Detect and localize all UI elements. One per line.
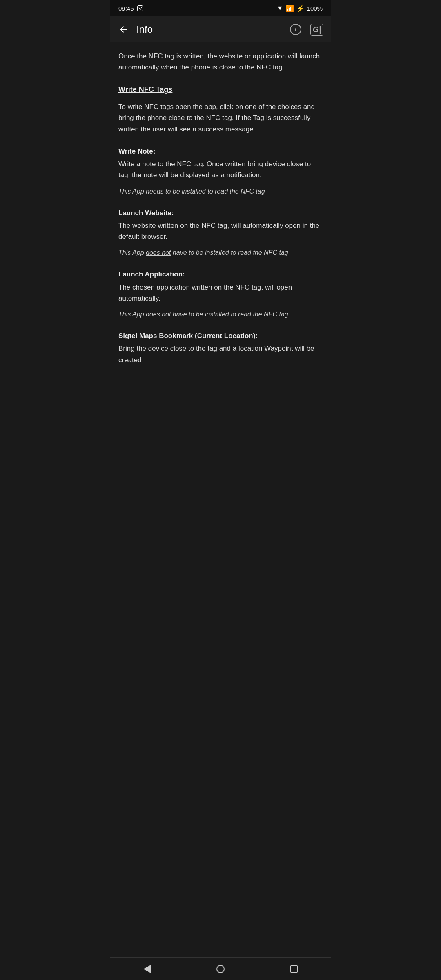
wifi-signal-icon: 📶 xyxy=(286,4,294,12)
battery-icon: 100% xyxy=(307,5,323,12)
write-nfc-tags-body: To write NFC tags open the app, click on… xyxy=(118,101,323,135)
wifi-icon: ▼︎ xyxy=(277,4,283,12)
page-title: Info xyxy=(136,24,282,35)
launch-application-note: This App does not have to be installed t… xyxy=(118,310,323,319)
main-content: Once the NFC tag is written, the website… xyxy=(110,42,331,405)
sigtel-maps-heading: Sigtel Maps Bookmark (Current Location): xyxy=(118,331,323,341)
status-bar: 09:45 ▽ ▼︎ 📶 ⚡ 100% xyxy=(110,0,331,16)
toolbar-icons: i G| xyxy=(288,22,324,37)
battery-charging-icon: ⚡ xyxy=(296,4,305,12)
sigtel-maps-section: Sigtel Maps Bookmark (Current Location):… xyxy=(118,331,323,365)
intro-text: Once the NFC tag is written, the website… xyxy=(118,51,323,73)
write-note-note: This App needs to be installed to read t… xyxy=(118,187,323,196)
launch-application-heading: Launch Application: xyxy=(118,269,323,280)
write-note-body: Write a note to the NFC tag. Once writte… xyxy=(118,158,323,180)
sigtel-maps-body: Bring the device close to the tag and a … xyxy=(118,343,323,365)
info-circle-icon: i xyxy=(290,24,301,35)
launch-application-section: Launch Application: The chosen applicati… xyxy=(118,269,323,319)
does-not-underline-2: does not xyxy=(146,311,171,318)
info-button[interactable]: i xyxy=(288,22,303,37)
launch-website-section: Launch Website: The website written on t… xyxy=(118,208,323,258)
back-button[interactable] xyxy=(117,23,130,36)
does-not-underline-1: does not xyxy=(146,249,171,256)
toolbar: Info i G| xyxy=(110,16,331,42)
translate-button[interactable]: G| xyxy=(310,22,324,37)
status-bar-right: ▼︎ 📶 ⚡ 100% xyxy=(277,4,323,12)
write-note-section: Write Note: Write a note to the NFC tag.… xyxy=(118,146,323,196)
launch-application-body: The chosen application written on the NF… xyxy=(118,282,323,304)
time-display: 09:45 xyxy=(118,5,134,12)
launch-website-heading: Launch Website: xyxy=(118,208,323,218)
launch-website-note: This App does not have to be installed t… xyxy=(118,248,323,258)
status-bar-left: 09:45 ▽ xyxy=(118,5,143,12)
write-nfc-tags-section: Write NFC Tags To write NFC tags open th… xyxy=(118,84,323,134)
translate-icon: G| xyxy=(310,24,323,36)
launch-website-body: The website written on the NFC tag, will… xyxy=(118,220,323,242)
write-nfc-tags-heading: Write NFC Tags xyxy=(118,84,323,96)
write-note-heading: Write Note: xyxy=(118,146,323,157)
vpn-icon: ▽ xyxy=(137,5,143,11)
